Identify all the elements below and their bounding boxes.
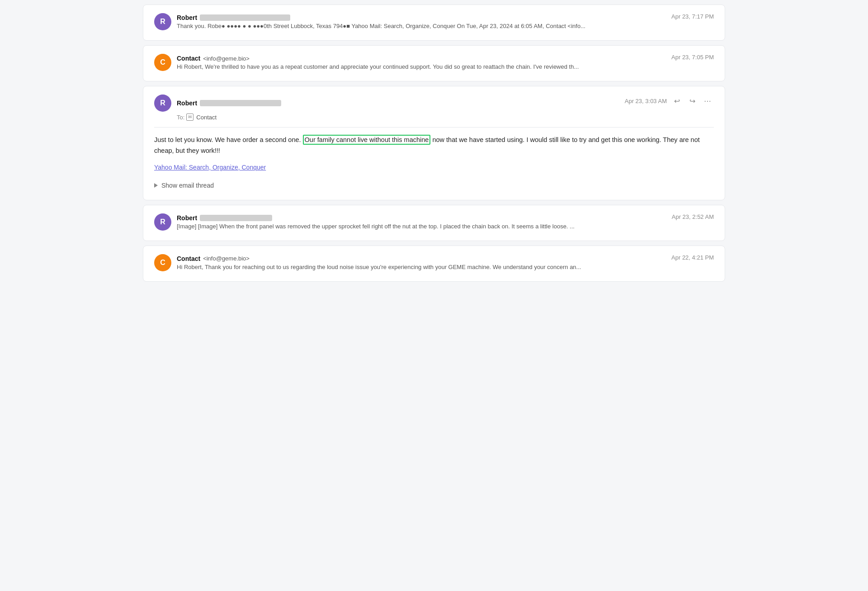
- sender-name-text-4: Robert: [177, 214, 197, 222]
- avatar-2: C: [154, 54, 171, 71]
- email-header-left-3: R Robert: [154, 95, 625, 112]
- email-header-left-5: C Contact <info@geme.bio> Hi Robert, Tha…: [154, 254, 671, 271]
- reply-all-icon[interactable]: ↪: [686, 95, 698, 107]
- email-card-5: C Contact <info@geme.bio> Hi Robert, Tha…: [143, 246, 725, 282]
- avatar-3: R: [154, 95, 171, 112]
- sender-name-4: Robert: [177, 214, 672, 222]
- sender-name-3: Robert: [177, 99, 625, 107]
- to-contact-name: Contact: [196, 114, 217, 121]
- email-timestamp-3: Apr 23, 3:03 AM ↩ ↪ ⋯: [625, 95, 714, 107]
- sender-info-1: Robert Thank you. Robe● ●●●● ● ● ●●●0th …: [177, 14, 671, 29]
- avatar-1: R: [154, 13, 171, 30]
- email-header-2: C Contact <info@geme.bio> Hi Robert, We'…: [154, 54, 714, 71]
- email-timestamp-4: Apr 23, 2:52 AM: [672, 213, 714, 220]
- yahoo-link[interactable]: Yahoo Mail: Search, Organize, Conquer: [154, 164, 266, 171]
- sender-name-5: Contact <info@geme.bio>: [177, 255, 671, 262]
- email-preview-5: Hi Robert, Thank you for reaching out to…: [177, 264, 671, 270]
- email-preview-4: [Image] [Image] When the front panel was…: [177, 223, 672, 230]
- email-header-4: R Robert [Image] [Image] When the front …: [154, 213, 714, 231]
- email-header-left-2: C Contact <info@geme.bio> Hi Robert, We'…: [154, 54, 671, 71]
- email-timestamp-1: Apr 23, 7:17 PM: [671, 13, 714, 20]
- timestamp-text-5: Apr 22, 4:21 PM: [671, 254, 714, 261]
- sender-email-5: <info@geme.bio>: [203, 255, 250, 262]
- timestamp-text-4: Apr 23, 2:52 AM: [672, 213, 714, 220]
- sender-info-3: Robert: [177, 99, 625, 107]
- avatar-5: C: [154, 254, 171, 271]
- sender-info-4: Robert [Image] [Image] When the front pa…: [177, 214, 672, 230]
- to-line-3: To: ✉ Contact: [177, 113, 714, 121]
- timestamp-text-1: Apr 23, 7:17 PM: [671, 13, 714, 20]
- email-header-3: R Robert Apr 23, 3:03 AM ↩ ↪ ⋯: [154, 95, 714, 112]
- sender-name-2: Contact <info@geme.bio>: [177, 55, 671, 62]
- email-card-3: R Robert Apr 23, 3:03 AM ↩ ↪ ⋯: [143, 86, 725, 200]
- reply-icon[interactable]: ↩: [670, 95, 683, 107]
- email-card-1: R Robert Thank you. Robe● ●●●● ● ● ●●●0t…: [143, 5, 725, 41]
- sender-name-text-3: Robert: [177, 99, 197, 107]
- sender-name-text-1: Robert: [177, 14, 197, 21]
- sender-blurred-4: [200, 215, 272, 221]
- sender-blurred-1: [200, 14, 290, 21]
- sender-email-2: <info@geme.bio>: [203, 55, 250, 62]
- show-thread-label: Show email thread: [161, 182, 214, 189]
- sender-info-5: Contact <info@geme.bio> Hi Robert, Thank…: [177, 255, 671, 270]
- email-header-1: R Robert Thank you. Robe● ●●●● ● ● ●●●0t…: [154, 13, 714, 30]
- email-timestamp-2: Apr 23, 7:05 PM: [671, 54, 714, 61]
- email-header-left-1: R Robert Thank you. Robe● ●●●● ● ● ●●●0t…: [154, 13, 671, 30]
- email-card-2: C Contact <info@geme.bio> Hi Robert, We'…: [143, 45, 725, 81]
- timestamp-text-2: Apr 23, 7:05 PM: [671, 54, 714, 61]
- show-email-thread-button[interactable]: Show email thread: [154, 182, 714, 189]
- email-preview-1: Thank you. Robe● ●●●● ● ● ●●●0th Street …: [177, 23, 671, 29]
- sender-info-2: Contact <info@geme.bio> Hi Robert, We're…: [177, 55, 671, 70]
- email-header-left-4: R Robert [Image] [Image] When the front …: [154, 213, 672, 231]
- email-list: R Robert Thank you. Robe● ●●●● ● ● ●●●0t…: [136, 5, 732, 282]
- sender-blurred-3: [200, 100, 281, 106]
- email-divider-3: [154, 127, 714, 128]
- to-label: To:: [177, 114, 184, 121]
- contact-envelope-icon: ✉: [186, 113, 193, 121]
- sender-name-text-2: Contact: [177, 55, 200, 62]
- show-thread-arrow-icon: [154, 183, 158, 188]
- sender-name-text-5: Contact: [177, 255, 200, 262]
- email-header-5: C Contact <info@geme.bio> Hi Robert, Tha…: [154, 254, 714, 271]
- timestamp-text-3: Apr 23, 3:03 AM: [625, 98, 667, 104]
- highlighted-text: Our family cannot live without this mach…: [303, 135, 431, 145]
- email-timestamp-5: Apr 22, 4:21 PM: [671, 254, 714, 261]
- more-icon[interactable]: ⋯: [701, 95, 714, 107]
- body-before-highlight: Just to let you know. We have order a se…: [154, 136, 303, 143]
- avatar-4: R: [154, 213, 171, 231]
- email-card-4: R Robert [Image] [Image] When the front …: [143, 205, 725, 241]
- email-preview-2: Hi Robert, We're thrilled to have you as…: [177, 63, 671, 70]
- action-icons-3: ↩ ↪ ⋯: [670, 95, 714, 107]
- email-body-3: Just to let you know. We have order a se…: [154, 135, 714, 156]
- sender-name-1: Robert: [177, 14, 671, 21]
